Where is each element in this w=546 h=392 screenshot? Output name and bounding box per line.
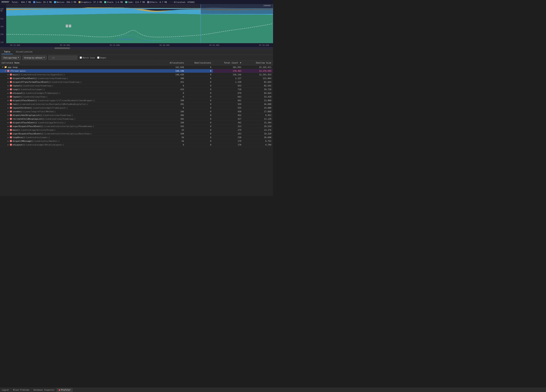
- deallocations-cell: 0: [186, 102, 213, 106]
- data-table-container[interactable]: Callstack Name Allocations Deallocations…: [0, 61, 273, 196]
- total_count-cell: 554: [213, 106, 243, 110]
- expand-button[interactable]: ▶: [7, 92, 9, 94]
- col-deallocations[interactable]: Deallocations: [186, 61, 213, 65]
- expand-button[interactable]: ▶: [7, 136, 9, 139]
- shallow_size-cell: 12,291,933: [243, 73, 273, 76]
- callstack-cell: ▶msuperDispatchTouchEvent() (Lcom/androi…: [0, 125, 158, 128]
- col-allocations[interactable]: Allocations: [158, 61, 186, 65]
- arrange-dropdown-arrow: ▼: [43, 57, 45, 58]
- col-total-count[interactable]: Total Count ▼: [213, 61, 243, 65]
- method-args: (Landroid/view/ViewGroup;): [45, 118, 75, 120]
- method-icon: m: [10, 136, 12, 139]
- callstack-table: Callstack Name Allocations Deallocations…: [0, 61, 273, 147]
- table-row[interactable]: ▶mdispatchMessage() (Landroid/os/Handler…: [0, 139, 273, 143]
- legend-others: Others: 8.7 MB: [147, 1, 167, 3]
- expand-button[interactable]: ▶: [7, 110, 9, 113]
- method-name: invoke(): [13, 110, 23, 113]
- search-wrapper[interactable]: 🔍: [48, 56, 77, 60]
- table-row[interactable]: ▶msuperDispatchTouchEvent() (Lcom/androi…: [0, 125, 273, 128]
- deallocations-cell: 0: [186, 91, 213, 95]
- heap-dropdown[interactable]: View app heap ▼: [1, 56, 21, 60]
- callstack-cell: ▶mloop() (Landroid/os/Looper;): [0, 88, 158, 91]
- table-header-row: Callstack Name Allocations Deallocations…: [0, 61, 273, 65]
- table-row[interactable]: ▶mdispatchTouchEvent() (Landroid/view/Vi…: [0, 76, 273, 80]
- expand-button[interactable]: ▶: [7, 88, 9, 90]
- table-row[interactable]: ▶mrun() (Lcom/android/internal/os/Runtim…: [0, 102, 273, 106]
- method-name: main(): [13, 129, 20, 131]
- expand-button[interactable]: ▶: [7, 121, 9, 124]
- table-row[interactable]: ▶mmain() (Lcom/android/internal/os/Zygot…: [0, 73, 273, 76]
- table-row[interactable]: ▶monLayout() (Landroid/widget/RelativeLa…: [0, 143, 273, 147]
- expand-button[interactable]: ▶: [7, 133, 9, 135]
- filter-options: Match Case Regex: [80, 57, 106, 59]
- table-row[interactable]: ▶msuperDispatchTouchEvent() (Lcom/androi…: [0, 132, 273, 136]
- scrollbar-thumb[interactable]: [54, 47, 70, 49]
- svg-rect-4: [66, 25, 68, 27]
- method-name: loopOnce(): [13, 136, 25, 139]
- callstack-cell: ▶minvoke() (Ljava/lang/reflect/Method;): [0, 110, 158, 114]
- regex-checkbox[interactable]: [97, 57, 99, 59]
- table-row[interactable]: ▶mlayoutChildren() (Landroid/widget/Fram…: [0, 106, 273, 110]
- svg-rect-6: [69, 25, 71, 27]
- expand-button[interactable]: ▶: [7, 95, 9, 98]
- callstack-cell: ▼📁app heap: [0, 65, 158, 69]
- arrange-dropdown[interactable]: Arrange by callstack ▼: [22, 56, 46, 60]
- method-args: (Landroid/view/ViewGroup;): [51, 81, 82, 83]
- method-name: layoutChildren(): [13, 107, 32, 109]
- expand-button[interactable]: ▼: [4, 70, 6, 72]
- memory-chart[interactable]: 640 MB 512 384 256 128 1000000: [0, 4, 273, 47]
- table-row[interactable]: ▼m<Thread main>144,1460170,36313,175,593: [0, 69, 273, 73]
- total_count-cell: 661: [213, 99, 243, 102]
- method-icon: m: [10, 77, 12, 79]
- tab-visualization[interactable]: Visualization: [13, 50, 35, 54]
- method-name: dispatchTransformedTouchEvent(): [13, 81, 51, 83]
- match-case-label[interactable]: Match Case: [80, 57, 95, 59]
- table-row[interactable]: ▶mdispatchTouchEvent() (Landroid/app/Act…: [0, 121, 273, 125]
- search-input[interactable]: [48, 56, 77, 60]
- legend-code: Code: 113.7 MB: [125, 1, 145, 3]
- total_count-cell: 313: [213, 125, 243, 128]
- table-row[interactable]: ▶mloop() (Landroid/os/Looper;)433071839,…: [0, 88, 273, 91]
- table-row[interactable]: ▶mrecreateChildDisplayList() (Landroid/v…: [0, 117, 273, 121]
- shallow_size-cell: 33,420: [243, 95, 273, 99]
- callstack-cell: ▶mloopOnce() (Landroid/os/Looper;): [0, 136, 158, 139]
- table-row[interactable]: ▶mdispatchTouchEvent() (Landroid/support…: [0, 99, 273, 102]
- table-row[interactable]: ▶mlayout() (Landroid/view/ViewGroup;)009…: [0, 84, 273, 88]
- table-row[interactable]: ▶mmain() (Landroid/app/ActivityThread;)4…: [0, 128, 273, 132]
- sort-arrow-total-count: ▼: [240, 62, 241, 64]
- shallow_size-cell: 36,608: [243, 136, 273, 139]
- method-icon: m: [10, 107, 12, 109]
- expand-button[interactable]: ▶: [7, 84, 9, 87]
- table-row[interactable]: ▶minvoke() (Ljava/lang/reflect/Method;)1…: [0, 110, 273, 114]
- expand-button[interactable]: ▶: [7, 125, 9, 127]
- expand-button[interactable]: ▶: [7, 129, 9, 131]
- table-row[interactable]: ▶mlayout() (Landroid/view/View;)0066333,…: [0, 95, 273, 99]
- callstack-cell: ▶mdispatchMessage() (Landroid/os/Handler…: [0, 139, 158, 143]
- callstack-cell: ▶mdispatchGetDisplayList() (Landroid/vie…: [0, 114, 158, 117]
- table-row[interactable]: ▶monLayout() (Landroid/widget/FrameLayou…: [0, 91, 273, 95]
- expand-button[interactable]: ▶: [7, 81, 9, 83]
- total_count-cell: 417: [213, 117, 243, 121]
- table-row[interactable]: ▶mdispatchTransformedTouchEvent() (Landr…: [0, 80, 273, 84]
- table-row[interactable]: ▼📁app heap162,8480381,99125,165,411: [0, 65, 273, 69]
- expand-button[interactable]: ▶: [7, 77, 9, 79]
- tab-table[interactable]: Table: [1, 50, 13, 54]
- allocations-cell: 386: [158, 114, 186, 117]
- col-shallow-size[interactable]: Shallow Size: [243, 61, 273, 65]
- col-callstack[interactable]: Callstack Name: [0, 61, 158, 65]
- chart-scrollbar[interactable]: [0, 47, 273, 49]
- expand-button[interactable]: ▶: [7, 73, 9, 76]
- regex-label[interactable]: Regex: [97, 57, 106, 59]
- expand-button[interactable]: ▶: [7, 99, 9, 101]
- expand-button[interactable]: ▶: [7, 144, 9, 146]
- table-row[interactable]: ▶mdispatchGetDisplayList() (Landroid/vie…: [0, 114, 273, 117]
- expand-button[interactable]: ▶: [7, 114, 9, 116]
- expand-button[interactable]: ▶: [7, 140, 9, 142]
- expand-button[interactable]: ▶: [7, 103, 9, 105]
- match-case-checkbox[interactable]: [80, 57, 82, 59]
- expand-button[interactable]: ▶: [7, 107, 9, 109]
- expand-button[interactable]: ▶: [7, 118, 9, 120]
- allocations-cell: 106: [158, 110, 186, 114]
- expand-button[interactable]: ▼: [1, 66, 4, 68]
- table-row[interactable]: ▶mloopOnce() (Landroid/os/Looper;)560230…: [0, 136, 273, 139]
